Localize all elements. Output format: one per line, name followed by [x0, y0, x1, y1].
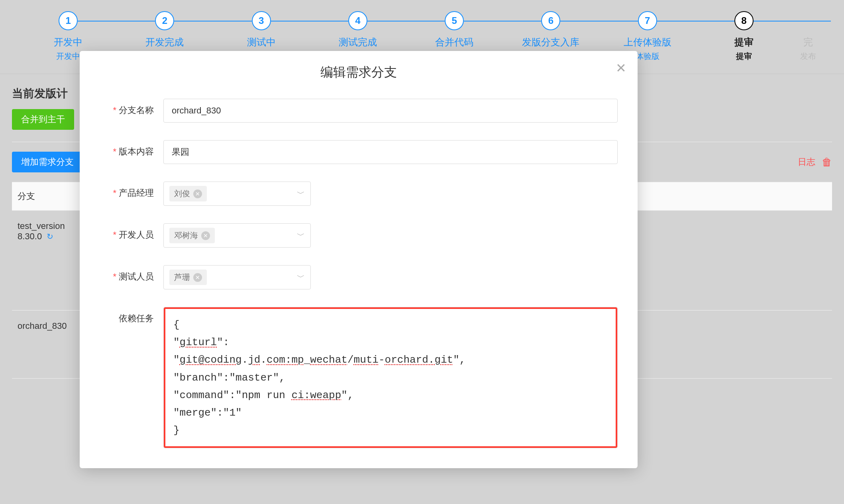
step-num: 4	[348, 11, 367, 30]
qa-select[interactable]: 芦珊✕ ﹀	[163, 265, 311, 289]
label-deps: 依赖任务	[119, 313, 154, 323]
label-dev: 开发人员	[119, 230, 154, 240]
step-num: 1	[59, 11, 78, 30]
step-5[interactable]: 5 合并代码	[406, 11, 502, 49]
dev-select[interactable]: 邓树海✕ ﹀	[163, 223, 311, 248]
close-icon[interactable]: ✕	[616, 61, 626, 76]
tag-text: 芦珊	[174, 272, 190, 283]
step-title: 提审	[734, 36, 754, 49]
step-title: 上传体验版	[624, 36, 671, 49]
qa-tag: 芦珊✕	[169, 270, 207, 285]
delete-icon[interactable]: 🗑	[822, 156, 832, 168]
chevron-down-icon: ﹀	[297, 188, 305, 199]
chevron-down-icon: ﹀	[297, 230, 305, 241]
content-input[interactable]	[163, 140, 618, 164]
step-num: 6	[541, 11, 560, 30]
step-2[interactable]: 2 开发完成	[116, 11, 213, 49]
step-num: 8	[734, 11, 754, 30]
step-title: 测试完成	[339, 36, 377, 49]
step-9[interactable]: 9 完 发布	[792, 11, 824, 62]
deps-textarea-wrap: {"giturl":"git@coding.jd.com:mp_wechat/m…	[163, 307, 618, 448]
add-branch-button[interactable]: 增加需求分支	[12, 152, 83, 172]
step-title: 发版分支入库	[522, 36, 579, 49]
pm-tag: 刘俊✕	[169, 186, 207, 201]
label-qa: 测试人员	[119, 272, 154, 281]
modal-title: 编辑需求分支	[100, 64, 618, 81]
label-content: 版本内容	[119, 147, 154, 156]
step-sub: 提审	[736, 51, 752, 62]
step-title: 测试中	[247, 36, 276, 49]
branch-name-input[interactable]	[163, 99, 618, 123]
tag-remove-icon[interactable]: ✕	[193, 273, 202, 282]
step-8[interactable]: 8 提审 提审	[696, 11, 792, 62]
step-num: 5	[445, 11, 464, 30]
label-branch: 分支名称	[119, 105, 154, 115]
chevron-down-icon: ﹀	[297, 272, 305, 283]
merge-master-button[interactable]: 合并到主干	[12, 109, 74, 130]
step-num: 3	[252, 11, 271, 30]
step-4[interactable]: 4 测试完成	[310, 11, 406, 49]
step-title: 完	[803, 36, 813, 49]
step-num: 7	[638, 11, 657, 30]
step-title: 合并代码	[435, 36, 473, 49]
step-6[interactable]: 6 发版分支入库	[502, 11, 599, 49]
edit-branch-modal: ✕ 编辑需求分支 *分支名称 *版本内容 *产品经理 刘俊✕ ﹀ *开发人员 邓…	[80, 51, 638, 468]
step-title: 开发中	[54, 36, 82, 49]
tag-remove-icon[interactable]: ✕	[201, 231, 210, 240]
refresh-icon[interactable]: ↻	[47, 232, 53, 241]
current-plan-label: 当前发版计	[12, 86, 68, 101]
dev-tag: 邓树海✕	[169, 228, 215, 243]
pm-select[interactable]: 刘俊✕ ﹀	[163, 182, 311, 206]
step-sub: 发布	[800, 51, 816, 62]
label-pm: 产品经理	[119, 188, 154, 198]
tag-text: 邓树海	[174, 230, 198, 241]
step-num: 2	[155, 11, 174, 30]
deps-textarea[interactable]: {"giturl":"git@coding.jd.com:mp_wechat/m…	[164, 307, 617, 448]
step-sub: 开发中	[56, 51, 80, 62]
step-title: 开发完成	[145, 36, 184, 49]
branch-version: 8.30.0	[18, 231, 42, 242]
step-3[interactable]: 3 测试中	[213, 11, 310, 49]
tag-text: 刘俊	[174, 188, 190, 199]
step-sub: 体验版	[636, 51, 659, 62]
log-link[interactable]: 日志	[798, 156, 815, 168]
tag-remove-icon[interactable]: ✕	[193, 189, 202, 198]
